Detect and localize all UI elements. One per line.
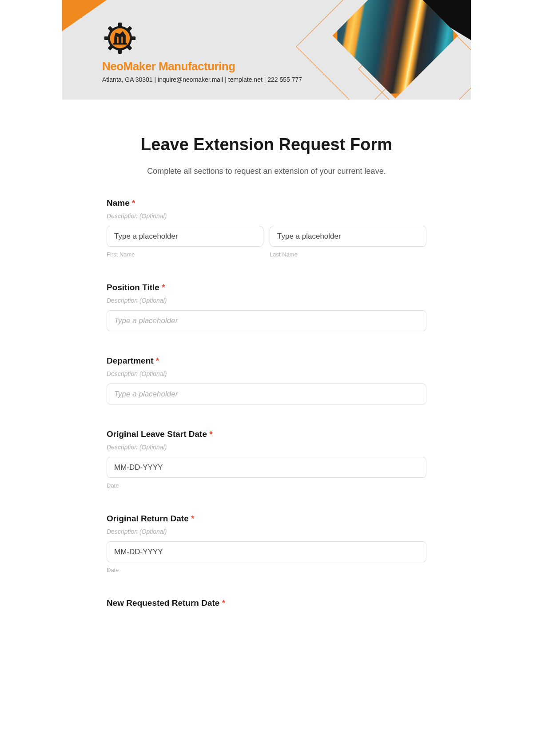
- label-text: Position Title: [107, 283, 159, 292]
- required-asterisk-icon: *: [132, 198, 135, 208]
- svg-rect-3: [104, 36, 109, 40]
- logo-block: NeoMaker Manufacturing Atlanta, GA 30301…: [102, 20, 302, 83]
- field-description: Description (Optional): [107, 297, 426, 304]
- label-text: Original Leave Start Date: [107, 429, 207, 439]
- field-label: Department *: [107, 356, 426, 366]
- page: NeoMaker Manufacturing Atlanta, GA 30301…: [62, 0, 471, 639]
- sub-label-date: Date: [107, 567, 426, 573]
- original-return-date-input[interactable]: [107, 541, 426, 562]
- svg-rect-13: [113, 43, 127, 44]
- company-info-line: Atlanta, GA 30301 | inquire@neomaker.mai…: [102, 76, 302, 83]
- company-name: NeoMaker Manufacturing: [102, 60, 302, 73]
- field-original-return-date: Original Return Date * Description (Opti…: [107, 514, 426, 573]
- svg-rect-4: [131, 36, 135, 40]
- sub-label-date: Date: [107, 482, 426, 489]
- label-text: New Requested Return Date: [107, 598, 219, 608]
- svg-rect-10: [114, 37, 117, 44]
- field-description: Description (Optional): [107, 370, 426, 377]
- header: NeoMaker Manufacturing Atlanta, GA 30301…: [62, 0, 471, 100]
- header-image-group: [329, 0, 444, 100]
- form-body: Leave Extension Request Form Complete al…: [62, 100, 471, 639]
- field-description: Description (Optional): [107, 528, 426, 535]
- field-original-start-date: Original Leave Start Date * Description …: [107, 429, 426, 489]
- form-subtitle: Complete all sections to request an exte…: [107, 167, 426, 176]
- gear-logo-icon: [102, 20, 138, 56]
- sub-label-first-name: First Name: [107, 251, 263, 258]
- original-start-date-input[interactable]: [107, 457, 426, 478]
- field-name: Name * Description (Optional) First Name…: [107, 198, 426, 258]
- sub-label-last-name: Last Name: [270, 251, 426, 258]
- label-text: Department: [107, 356, 154, 365]
- field-description: Description (Optional): [107, 444, 426, 451]
- field-new-return-date: New Requested Return Date *: [107, 598, 426, 608]
- last-name-input[interactable]: [270, 226, 426, 247]
- label-text: Original Return Date: [107, 514, 189, 523]
- field-label: Original Return Date *: [107, 514, 426, 524]
- corner-triangle-left: [62, 0, 107, 31]
- label-text: Name: [107, 198, 130, 208]
- first-name-input[interactable]: [107, 226, 263, 247]
- required-asterisk-icon: *: [209, 429, 212, 439]
- field-label: Name *: [107, 198, 426, 208]
- required-asterisk-icon: *: [191, 514, 194, 523]
- required-asterisk-icon: *: [222, 598, 225, 608]
- svg-rect-2: [118, 49, 122, 54]
- field-label: Position Title *: [107, 283, 426, 292]
- field-description: Description (Optional): [107, 212, 426, 220]
- field-department: Department * Description (Optional): [107, 356, 426, 404]
- department-input[interactable]: [107, 384, 426, 404]
- field-position: Position Title * Description (Optional): [107, 283, 426, 331]
- field-label: New Requested Return Date *: [107, 598, 426, 608]
- required-asterisk-icon: *: [156, 356, 159, 365]
- field-label: Original Leave Start Date *: [107, 429, 426, 439]
- form-title: Leave Extension Request Form: [107, 135, 426, 154]
- position-input[interactable]: [107, 310, 426, 331]
- required-asterisk-icon: *: [162, 283, 165, 292]
- svg-rect-1: [118, 23, 122, 28]
